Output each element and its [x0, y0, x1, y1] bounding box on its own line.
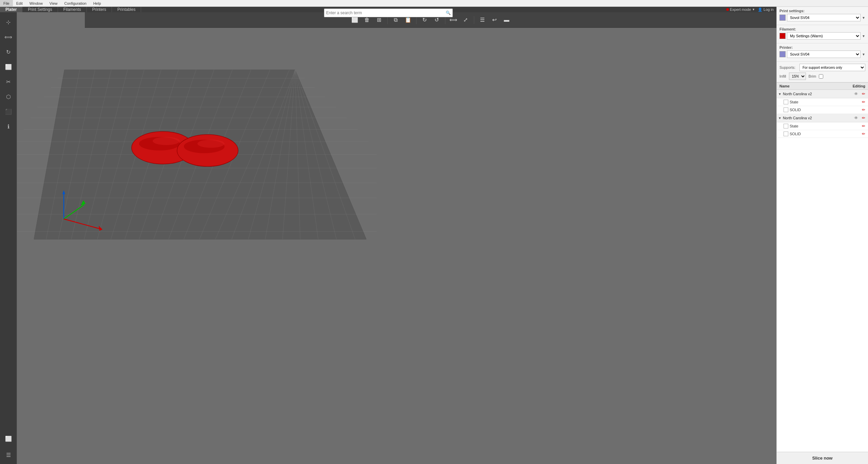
- supports-label: Supports:: [779, 65, 798, 69]
- tool-scale[interactable]: ⟺: [2, 31, 15, 43]
- object-child-solid-1[interactable]: SOLID ✏: [777, 106, 868, 114]
- login-button[interactable]: 👤 Log in: [758, 7, 774, 12]
- tool-layers[interactable]: ☰: [2, 448, 15, 461]
- object-group-2-header[interactable]: ▼ North Carolina v2 👁 ✏: [777, 114, 868, 122]
- group1-eye-icon[interactable]: 👁: [853, 91, 859, 97]
- object-list-header: Name Editing: [777, 83, 868, 90]
- filament-label: Filament:: [779, 27, 865, 31]
- object-child-solid-2[interactable]: SOLID ✏: [777, 130, 868, 138]
- object-group-2: ▼ North Carolina v2 👁 ✏ State ✏ SOLID ✏: [777, 114, 868, 138]
- brim-checkbox[interactable]: [819, 74, 823, 79]
- print-settings-section: Print settings: Sovol SV04 ▼: [777, 7, 868, 25]
- solid1-icon: [784, 107, 788, 112]
- filament-chevron: ▼: [862, 34, 865, 38]
- printer-label: Printer:: [779, 45, 865, 49]
- supports-select[interactable]: For support enforcers only: [799, 64, 865, 71]
- group2-icons: 👁 ✏: [853, 115, 867, 121]
- toolbar-undo[interactable]: ↩: [489, 15, 500, 25]
- solid1-edit-icon[interactable]: ✏: [861, 107, 867, 113]
- printer-swatch2: [779, 51, 786, 57]
- tab-plater[interactable]: Plater: [0, 7, 22, 12]
- printer-section: Printer: Sovol SV04 ▼: [777, 43, 868, 62]
- state1-icon: [784, 100, 788, 104]
- menu-help[interactable]: Help: [90, 0, 104, 6]
- user-icon: 👤: [758, 7, 763, 12]
- tab-printables[interactable]: Printables: [112, 7, 141, 12]
- state2-icons: ✏: [861, 123, 867, 129]
- group1-icons: 👁 ✏: [853, 91, 867, 97]
- state1-icons: ✏: [861, 99, 867, 105]
- filament-select[interactable]: My Settings (Warm): [787, 32, 861, 40]
- menu-configuration[interactable]: Configuration: [61, 0, 90, 6]
- group2-name: North Carolina v2: [783, 116, 853, 120]
- group2-edit-icon[interactable]: ✏: [861, 115, 867, 121]
- state2-edit-icon[interactable]: ✏: [861, 123, 867, 129]
- object-child-state-1[interactable]: State ✏: [777, 98, 868, 106]
- filament-row: My Settings (Warm) ▼: [779, 32, 865, 40]
- expert-dot: [726, 8, 729, 11]
- tool-support[interactable]: ⬡: [2, 90, 15, 103]
- right-panel: Print settings: Sovol SV04 ▼ Filament: M…: [776, 7, 868, 464]
- menu-edit[interactable]: Edit: [13, 0, 26, 6]
- group1-name: North Carolina v2: [783, 92, 853, 96]
- printer-settings-chevron: ▼: [862, 16, 865, 20]
- toolbar-scale[interactable]: ⤢: [460, 15, 471, 25]
- infill-select[interactable]: 15%: [789, 73, 806, 80]
- tool-move[interactable]: ⊹: [2, 16, 15, 28]
- state1-edit-icon[interactable]: ✏: [861, 99, 867, 105]
- svg-point-44: [197, 140, 225, 148]
- tool-info[interactable]: ℹ: [2, 120, 15, 133]
- toolbar-sep4: [474, 16, 474, 24]
- printer-chevron2: ▼: [862, 53, 865, 56]
- tool-seam[interactable]: ⬛: [2, 105, 15, 118]
- search-input[interactable]: [324, 11, 444, 15]
- state2-name: State: [790, 124, 861, 128]
- object-group-1-header[interactable]: ▼ North Carolina v2 👁 ✏: [777, 90, 868, 98]
- tool-2d-view[interactable]: ⬜: [2, 432, 15, 445]
- infill-label: Infill: [779, 74, 786, 78]
- tab-printers[interactable]: Printers: [87, 7, 112, 12]
- viewport[interactable]: [17, 12, 776, 464]
- col-editing-header: Editing: [845, 84, 865, 88]
- tool-rotate[interactable]: ↻: [2, 45, 15, 58]
- supports-section: Supports: For support enforcers only Inf…: [777, 62, 868, 82]
- toolbar-redo[interactable]: ▬: [501, 15, 512, 25]
- solid2-edit-icon[interactable]: ✏: [861, 131, 867, 137]
- search-bar: 🔍: [324, 8, 453, 17]
- object-list: Name Editing ▼ North Carolina v2 👁 ✏ Sta…: [777, 82, 868, 452]
- expert-mode-label: Expert mode: [730, 7, 751, 12]
- solid2-icons: ✏: [861, 131, 867, 137]
- filament-section: Filament: My Settings (Warm) ▼: [777, 25, 868, 43]
- object-group-1: ▼ North Carolina v2 👁 ✏ State ✏ SOLID ✏: [777, 90, 868, 114]
- print-settings-printer-row: Sovol SV04 ▼: [779, 14, 865, 21]
- grid-canvas: [17, 12, 776, 464]
- filament-color-swatch: [779, 33, 786, 39]
- slice-now-label: Slice now: [812, 456, 833, 461]
- printer-select[interactable]: Sovol SV04: [787, 14, 861, 21]
- supports-row: Supports: For support enforcers only: [779, 64, 865, 71]
- object-child-state-2[interactable]: State ✏: [777, 122, 868, 130]
- menu-window[interactable]: Window: [26, 0, 46, 6]
- group1-edit-icon[interactable]: ✏: [861, 91, 867, 97]
- solid2-icon: [784, 132, 788, 136]
- tab-print-settings[interactable]: Print Settings: [22, 7, 58, 12]
- tool-cut[interactable]: ✂: [2, 75, 15, 88]
- expert-mode-toggle[interactable]: Expert mode ▼: [726, 7, 755, 12]
- left-tools: ⊹ ⟺ ↻ ⬜ ✂ ⬡ ⬛ ℹ ⬜ ☰: [0, 12, 17, 464]
- toolbar-view-list[interactable]: ☰: [477, 15, 488, 25]
- printer-select2[interactable]: Sovol SV04: [787, 51, 861, 58]
- expert-chevron-icon: ▼: [752, 8, 755, 11]
- solid2-name: SOLID: [790, 132, 861, 136]
- tool-flatten[interactable]: ⬜: [2, 60, 15, 73]
- menu-view[interactable]: View: [46, 0, 61, 6]
- infill-row: Infill 15% Brim: [779, 73, 865, 80]
- tab-filaments[interactable]: Filaments: [58, 7, 87, 12]
- login-label: Log in: [764, 7, 774, 12]
- slice-now-button[interactable]: Slice now: [777, 452, 868, 464]
- search-icon[interactable]: 🔍: [444, 9, 452, 17]
- group2-chevron-icon: ▼: [778, 116, 782, 120]
- menu-file[interactable]: File: [0, 0, 13, 6]
- group2-eye-icon[interactable]: 👁: [853, 115, 859, 121]
- svg-point-41: [153, 137, 180, 145]
- menu-bar: File Edit Window View Configuration Help: [0, 0, 868, 7]
